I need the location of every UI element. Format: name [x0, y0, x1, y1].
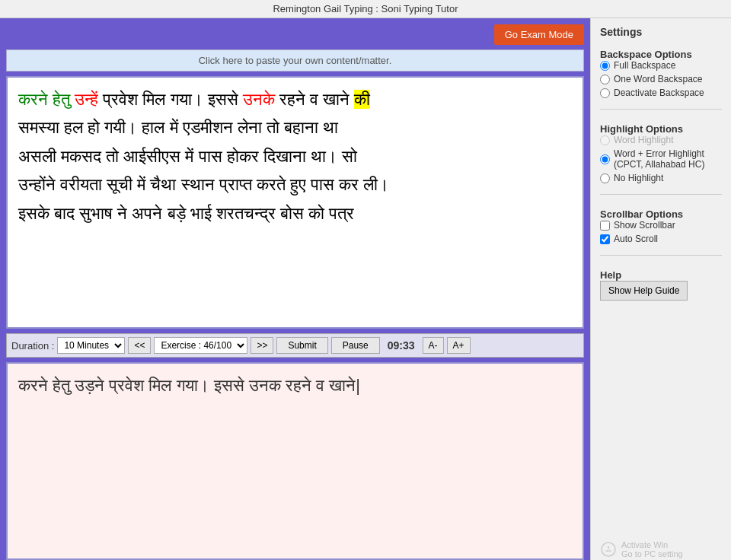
text-normal-1: प्रवेश मिल गया। इससे — [103, 90, 242, 109]
text-red-2: उनके — [243, 90, 279, 109]
text-highlight-1: की — [354, 90, 370, 109]
highlight-word-label: Word Highlight — [614, 135, 673, 145]
highlight-no-radio[interactable] — [600, 173, 610, 183]
show-help-button[interactable]: Show Help Guide — [600, 281, 688, 301]
text-line3: असली मकसद तो आईसीएस में पास होकर दिखाना … — [18, 147, 357, 166]
watermark: Activate Win Go to PC setting — [600, 540, 722, 558]
backspace-one-radio[interactable] — [600, 75, 610, 84]
font-decrease-button[interactable]: A- — [423, 337, 444, 354]
backspace-full-option[interactable]: Full Backspace — [600, 60, 722, 71]
font-increase-button[interactable]: A+ — [447, 337, 471, 354]
backspace-options: Full Backspace One Word Backspace Deacti… — [600, 60, 722, 98]
text-line4: उन्होंने वरीयता सूची में चैथा स्थान प्रा… — [18, 175, 389, 194]
highlight-word-option[interactable]: Word Highlight — [600, 135, 722, 145]
highlight-word-error-option[interactable]: Word + Error Highlight (CPCT, Allahabad … — [600, 148, 722, 170]
duration-label: Duration : — [11, 340, 54, 352]
divider-3 — [600, 255, 722, 256]
text-display: करने हेतु उन्हें प्रवेश मिल गया। इससे उन… — [6, 76, 584, 329]
help-section: Help Show Help Guide — [600, 266, 722, 301]
backspace-section: Backspace Options Full Backspace One Wor… — [600, 46, 722, 98]
watermark-line2: Go to PC setting — [621, 549, 683, 558]
divider-1 — [600, 109, 722, 110]
backspace-deactivate-radio[interactable] — [600, 88, 610, 98]
cursor — [356, 376, 360, 395]
submit-button[interactable]: Submit — [276, 337, 327, 354]
backspace-one-option[interactable]: One Word Backspace — [600, 74, 722, 84]
prev-exercise-button[interactable]: << — [128, 337, 151, 354]
paste-bar-text: Click here to paste your own content/mat… — [199, 55, 392, 66]
text-line2: समस्या हल हो गयी। हाल में एडमीशन लेना तो… — [18, 118, 338, 137]
duration-select[interactable]: 10 Minutes — [57, 337, 125, 354]
highlight-section-title: Highlight Options — [600, 123, 722, 135]
timer-display: 09:33 — [388, 339, 415, 352]
app-title: Remington Gail Typing : Soni Typing Tuto… — [273, 3, 458, 14]
highlight-word-radio[interactable] — [600, 135, 610, 145]
highlight-options: Word Highlight Word + Error Highlight (C… — [600, 135, 722, 183]
backspace-full-radio[interactable] — [600, 61, 610, 71]
text-red-1: उन्हें — [75, 90, 103, 109]
text-line5: इसके बाद सुभाष ने अपने बड़े भाई शरतचन्द्… — [18, 204, 354, 223]
show-scrollbar-option[interactable]: Show Scrollbar — [600, 220, 722, 231]
go-exam-button[interactable]: Go Exam Mode — [494, 24, 584, 45]
show-scrollbar-checkbox[interactable] — [600, 221, 610, 231]
typed-text: करने हेतु उड़ने प्रवेश मिल गया। इससे उनक… — [18, 376, 356, 395]
backspace-one-label: One Word Backspace — [614, 74, 703, 84]
auto-scroll-label: Auto Scroll — [614, 234, 658, 244]
backspace-deactivate-option[interactable]: Deactivate Backspace — [600, 88, 722, 98]
settings-title: Settings — [600, 26, 722, 38]
scrollbar-section-title: Scrollbar Options — [600, 208, 722, 220]
pause-button[interactable]: Pause — [331, 337, 380, 354]
text-normal-2: रहने व खाने — [279, 90, 354, 109]
help-section-title: Help — [600, 269, 722, 281]
exercise-select[interactable]: Exercise : 46/100 — [154, 337, 247, 354]
backspace-section-title: Backspace Options — [600, 49, 722, 60]
backspace-deactivate-label: Deactivate Backspace — [614, 88, 704, 98]
backspace-full-label: Full Backspace — [614, 60, 675, 71]
highlight-no-label: No Highlight — [614, 173, 663, 183]
scrollbar-options: Show Scrollbar Auto Scroll — [600, 220, 722, 244]
highlight-no-option[interactable]: No Highlight — [600, 173, 722, 183]
auto-scroll-checkbox[interactable] — [600, 234, 610, 244]
text-green-1: करने हेतु — [18, 90, 75, 109]
typing-area[interactable]: करने हेतु उड़ने प्रवेश मिल गया। इससे उनक… — [6, 362, 584, 560]
scrollbar-section: Scrollbar Options Show Scrollbar Auto Sc… — [600, 205, 722, 244]
show-scrollbar-label: Show Scrollbar — [614, 220, 675, 231]
next-exercise-button[interactable]: >> — [251, 337, 273, 354]
highlight-word-error-label: Word + Error Highlight (CPCT, Allahabad … — [614, 148, 722, 170]
windows-icon — [600, 541, 617, 558]
auto-scroll-option[interactable]: Auto Scroll — [600, 234, 722, 244]
controls-bar: Duration : 10 Minutes << Exercise : 46/1… — [6, 333, 584, 358]
watermark-line1: Activate Win — [621, 540, 683, 549]
highlight-word-error-radio[interactable] — [600, 154, 610, 164]
paste-bar[interactable]: Click here to paste your own content/mat… — [6, 49, 584, 72]
highlight-section: Highlight Options Word Highlight Word + … — [600, 120, 722, 183]
divider-2 — [600, 194, 722, 195]
